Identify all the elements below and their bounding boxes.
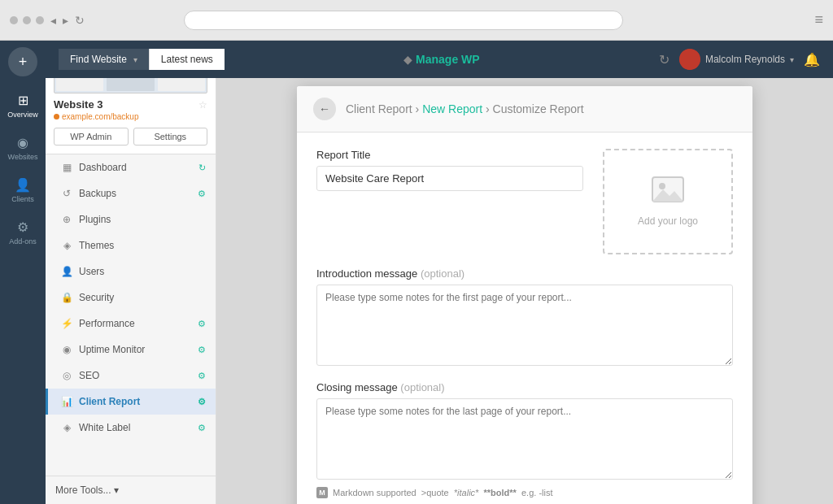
nav-item-performance[interactable]: ⚡ Performance ⚙ xyxy=(46,311,216,337)
nav-themes-label: Themes xyxy=(79,240,114,251)
favorite-icon[interactable]: ☆ xyxy=(198,99,207,111)
nav-performance-label: Performance xyxy=(79,318,135,329)
sidebar-overview-label: Overview xyxy=(7,111,38,119)
sidebar-item-clients[interactable]: 👤 Clients xyxy=(0,171,46,210)
browser-dot-2 xyxy=(23,16,31,24)
intro-optional-text: (optional) xyxy=(421,267,464,280)
nav-list: ▦ Dashboard ↻ ↺ Backups ⚙ ⊕ Plugins ◈ Th… xyxy=(46,154,216,476)
websites-icon: ◉ xyxy=(17,135,28,150)
security-icon: 🔒 xyxy=(61,292,72,303)
dashboard-icon: ▦ xyxy=(61,162,72,173)
clients-icon: 👤 xyxy=(15,177,31,193)
add-website-button[interactable]: + xyxy=(8,47,37,76)
find-website-label: Find Website xyxy=(70,54,127,65)
more-tools-button[interactable]: More Tools... ▾ xyxy=(46,476,216,504)
nav-item-white-label[interactable]: ◈ White Label ⚙ xyxy=(46,415,216,441)
browser-dot-3 xyxy=(36,16,44,24)
breadcrumb-root: Client Report xyxy=(346,102,412,115)
seo-icon: ◎ xyxy=(61,370,72,381)
markdown-examples: >quote *italic* **bold** e.g. -list xyxy=(421,488,553,497)
white-label-icon: ◈ xyxy=(61,422,72,433)
intro-textarea[interactable] xyxy=(316,285,733,366)
dashboard-gear-icon[interactable]: ↻ xyxy=(198,163,206,173)
wp-admin-button[interactable]: WP Admin xyxy=(54,128,129,146)
latest-news-button[interactable]: Latest news xyxy=(149,49,225,70)
markdown-info: M Markdown supported >quote *italic* **b… xyxy=(316,487,733,498)
markdown-icon: M xyxy=(316,487,328,498)
backups-gear-icon[interactable]: ⚙ xyxy=(198,189,206,199)
find-website-button[interactable]: Find Website ▾ xyxy=(59,49,149,70)
sidebar-websites-label: Websites xyxy=(8,153,38,161)
user-menu[interactable]: Malcolm Reynolds ▾ xyxy=(679,49,794,70)
website-url: example.com/backup xyxy=(54,112,207,121)
url-text: example.com/backup xyxy=(62,112,139,121)
addons-icon: ⚙ xyxy=(17,219,28,235)
top-bar-left: Find Website ▾ Latest news xyxy=(59,49,225,70)
nav-item-dashboard[interactable]: ▦ Dashboard ↻ xyxy=(46,154,216,180)
settings-button[interactable]: Settings xyxy=(133,128,208,146)
app-container: + ⊞ Overview ◉ Websites 👤 Clients ⚙ Add-… xyxy=(0,41,833,504)
top-bar: Find Website ▾ Latest news ◆ Manage WP ↻… xyxy=(46,41,833,78)
website-actions: WP Admin Settings xyxy=(54,128,207,146)
breadcrumb: Client Report › New Report › Customize R… xyxy=(346,102,584,115)
nav-item-uptime[interactable]: ◉ Uptime Monitor ⚙ xyxy=(46,337,216,363)
overview-icon: ⊞ xyxy=(18,93,28,108)
sidebar-item-addons[interactable]: ⚙ Add-ons xyxy=(0,213,46,252)
intro-label-text: Introduction message xyxy=(316,267,417,280)
nav-security-label: Security xyxy=(79,292,114,303)
content-sidebar: Website 3 ☆ example.com/backup WP Admin … xyxy=(46,41,216,504)
performance-gear-icon[interactable]: ⚙ xyxy=(198,319,206,329)
avatar xyxy=(679,49,700,70)
back-button[interactable]: ← xyxy=(313,98,336,120)
user-name-label: Malcolm Reynolds xyxy=(705,54,785,65)
left-sidebar: + ⊞ Overview ◉ Websites 👤 Clients ⚙ Add-… xyxy=(0,41,46,504)
nav-item-backups[interactable]: ↺ Backups ⚙ xyxy=(46,180,216,206)
nav-plugins-label: Plugins xyxy=(79,214,111,225)
browser-dot-1 xyxy=(10,16,18,24)
sidebar-addons-label: Add-ons xyxy=(9,237,37,245)
bell-icon[interactable]: 🔔 xyxy=(804,52,820,67)
white-label-gear-icon[interactable]: ⚙ xyxy=(198,423,206,433)
nav-item-plugins[interactable]: ⊕ Plugins xyxy=(46,206,216,232)
main-content: ← Client Report › New Report › Customize… xyxy=(216,41,833,504)
latest-news-label: Latest news xyxy=(161,54,213,65)
nav-item-seo[interactable]: ◎ SEO ⚙ xyxy=(46,363,216,389)
breadcrumb-new-report[interactable]: New Report xyxy=(422,102,482,115)
uptime-gear-icon[interactable]: ⚙ xyxy=(198,345,206,355)
website-name-row: Website 3 ☆ xyxy=(54,98,207,111)
sidebar-clients-label: Clients xyxy=(11,195,34,203)
themes-icon: ◈ xyxy=(61,240,72,251)
sidebar-item-overview[interactable]: ⊞ Overview xyxy=(0,86,46,125)
closing-label-text: Closing message xyxy=(316,381,398,393)
form-right: Add your logo xyxy=(603,149,733,254)
closing-textarea[interactable] xyxy=(316,398,733,480)
hamburger-icon[interactable]: ≡ xyxy=(814,11,823,28)
nav-back-icon[interactable]: ◂ xyxy=(50,14,56,27)
browser-refresh-icon[interactable]: ↻ xyxy=(75,14,85,27)
website-name: Website 3 xyxy=(54,98,102,111)
more-tools-label: More Tools... xyxy=(55,484,111,496)
client-report-gear-icon[interactable]: ⚙ xyxy=(198,397,206,407)
logo-upload-area[interactable]: Add your logo xyxy=(603,149,733,254)
logo-placeholder-icon xyxy=(652,176,684,209)
address-bar[interactable] xyxy=(184,11,623,30)
nav-item-security[interactable]: 🔒 Security xyxy=(46,285,216,311)
browser-controls xyxy=(10,16,44,24)
nav-item-users[interactable]: 👤 Users xyxy=(46,259,216,285)
closing-label: Closing message (optional) xyxy=(316,381,733,393)
refresh-icon[interactable]: ↻ xyxy=(659,52,669,67)
modal-header: ← Client Report › New Report › Customize… xyxy=(297,86,752,133)
browser-chrome: ◂ ▸ ↻ ≡ xyxy=(0,0,833,41)
nav-client-report-label: Client Report xyxy=(79,396,140,407)
breadcrumb-customize: Customize Report xyxy=(493,102,584,115)
sidebar-item-websites[interactable]: ◉ Websites xyxy=(0,128,46,167)
form-left: Report Title xyxy=(316,149,583,254)
seo-gear-icon[interactable]: ⚙ xyxy=(198,371,206,381)
modal-body: Report Title Add xyxy=(297,133,752,504)
nav-forward-icon[interactable]: ▸ xyxy=(63,14,68,27)
nav-item-themes[interactable]: ◈ Themes xyxy=(46,232,216,259)
app-logo: ◆ Manage WP xyxy=(225,53,659,66)
logo-wp: Manage WP xyxy=(416,53,480,66)
nav-item-client-report[interactable]: 📊 Client Report ⚙ xyxy=(46,389,216,415)
report-title-input[interactable] xyxy=(316,166,583,191)
